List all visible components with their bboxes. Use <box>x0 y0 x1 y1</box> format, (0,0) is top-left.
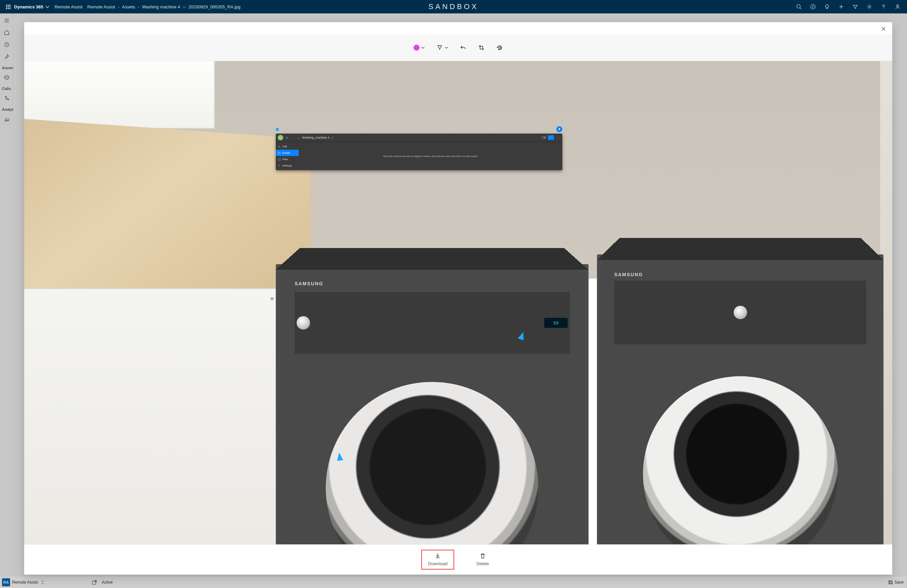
breadcrumb-item[interactable]: Remote Assist <box>87 4 115 10</box>
holo-menu-call: Call <box>276 143 299 150</box>
chevron-down-icon <box>421 46 425 50</box>
brand-label[interactable]: Dynamics 365 <box>14 4 50 10</box>
holo-edit-icon <box>331 136 333 139</box>
breadcrumb-item[interactable]: Assets <box>122 4 135 10</box>
svg-point-5 <box>869 6 870 7</box>
ink-pen-icon <box>436 44 443 51</box>
download-label: Download <box>428 561 447 566</box>
breadcrumb-sep: ›› <box>183 4 186 10</box>
captured-photo: SAMSUNG 59 SAMSUNG <box>24 61 892 544</box>
holo-tab-icon <box>276 128 279 131</box>
image-canvas[interactable]: SAMSUNG 59 SAMSUNG <box>24 61 892 544</box>
breadcrumb-item[interactable]: Washing machine 4 <box>142 4 180 10</box>
holo-asset-title: Washing_machine 4 <box>302 136 329 139</box>
crop-button[interactable] <box>478 44 485 51</box>
help-icon[interactable] <box>877 0 890 13</box>
filter-icon[interactable] <box>849 0 862 13</box>
breadcrumb-item[interactable]: 20200929_095355_RA.jpg <box>189 4 240 10</box>
breadcrumb-sep: › <box>138 4 139 10</box>
gear-icon[interactable] <box>863 0 876 13</box>
annotation-arrow-icon <box>336 452 343 461</box>
chevron-down-icon <box>45 4 50 10</box>
crop-icon <box>478 44 485 51</box>
svg-rect-13 <box>542 137 545 139</box>
add-icon[interactable] <box>835 0 848 13</box>
holo-pin-icon <box>556 126 562 132</box>
dryer: SAMSUNG <box>597 254 883 544</box>
holo-wifi-icon <box>285 136 288 139</box>
holo-body-text: Use the buttons above to capture videos … <box>299 142 562 170</box>
dryer-brand-label: SAMSUNG <box>614 272 643 277</box>
app-launcher-button[interactable] <box>3 2 13 12</box>
holo-camera-icon <box>548 135 554 140</box>
holo-video-icon <box>542 136 546 139</box>
svg-point-15 <box>279 165 279 166</box>
rotate-button[interactable] <box>496 44 503 51</box>
holo-tab-icon: ⟳ <box>304 128 307 131</box>
washer-display: 59 <box>544 318 568 328</box>
user-icon[interactable] <box>891 0 904 13</box>
holo-menu-assets: Assets <box>276 150 299 156</box>
delete-button[interactable]: Delete <box>470 550 495 569</box>
dryer-knob-icon <box>734 306 747 319</box>
washer-knob-icon <box>296 316 310 329</box>
holo-tab-icon: ⎘ <box>295 128 297 131</box>
svg-point-0 <box>797 5 801 8</box>
color-picker-button[interactable] <box>413 45 425 51</box>
environment-badge: SANDBOX <box>428 2 479 11</box>
brand-text: Dynamics 365 <box>14 4 43 10</box>
topbar-right-icons <box>792 0 904 13</box>
close-button[interactable] <box>881 26 886 32</box>
dryer-door <box>643 376 838 544</box>
hololens-panel: ⎚ ⎘ ⟳ ← Washing_machine 4 ‹ › <box>276 134 562 170</box>
svg-point-6 <box>897 5 899 7</box>
svg-line-1 <box>800 8 801 10</box>
undo-icon <box>460 44 466 51</box>
trash-icon <box>479 553 486 559</box>
washer-brand-label: SAMSUNG <box>295 281 324 286</box>
waffle-icon <box>6 5 10 9</box>
top-nav-bar: Dynamics 365 Remote Assist Remote Assist… <box>0 0 907 13</box>
ink-tool-button[interactable] <box>436 44 449 51</box>
delete-label: Delete <box>476 561 489 566</box>
holo-tab-icon: ⎚ <box>286 128 288 131</box>
breadcrumb-sep: › <box>118 4 119 10</box>
holo-menu-settings: Settings <box>276 163 299 169</box>
svg-rect-14 <box>278 158 280 160</box>
undo-button[interactable] <box>460 44 466 51</box>
close-icon <box>881 26 886 32</box>
bulb-icon[interactable] <box>820 0 834 13</box>
washer: SAMSUNG 59 <box>276 264 588 544</box>
image-viewer-modal: SAMSUNG 59 SAMSUNG <box>24 22 892 575</box>
download-button[interactable]: Download <box>421 550 454 570</box>
holo-menu-files: Files <box>276 156 299 163</box>
download-icon <box>434 553 441 559</box>
app-name-label[interactable]: Remote Assist <box>55 4 83 10</box>
holo-avatar-icon <box>278 135 283 140</box>
image-action-bar: Download Delete <box>24 544 892 575</box>
washer-door <box>326 382 538 544</box>
chevron-down-icon <box>444 46 449 50</box>
task-icon[interactable] <box>806 0 820 13</box>
search-icon[interactable] <box>792 0 806 13</box>
color-swatch-icon <box>413 45 420 51</box>
rotate-icon <box>496 44 503 51</box>
annotation-toolbar <box>24 34 892 61</box>
breadcrumb: Remote Assist › Assets › Washing machine… <box>87 4 240 10</box>
